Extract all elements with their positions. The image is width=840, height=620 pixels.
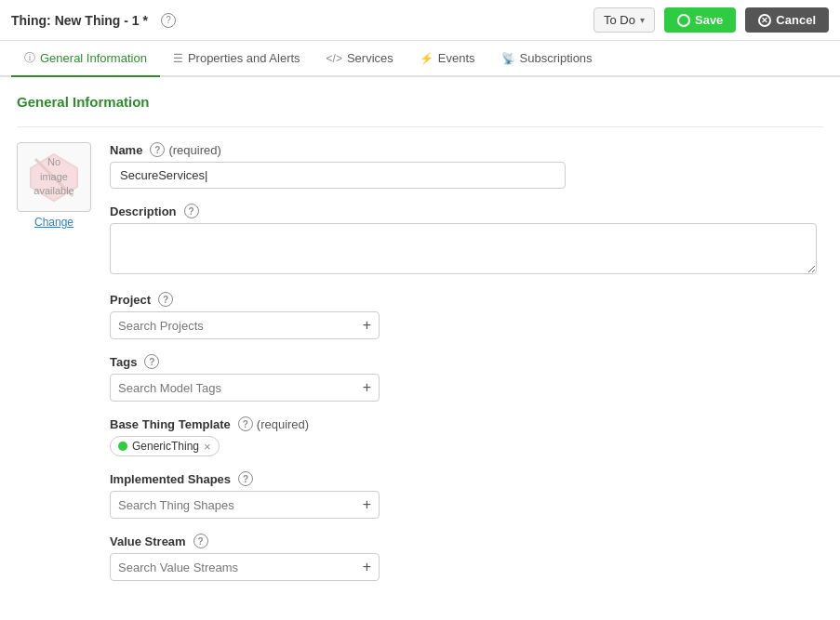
description-label: Description ? [110,204,823,218]
project-search-wrapper: + [110,311,380,339]
tags-label: Tags ? [110,354,823,369]
tags-search-input[interactable] [118,381,363,395]
tab-label-services: Services [347,51,393,65]
project-add-icon[interactable]: + [363,317,371,334]
section-divider [17,126,823,127]
status-label: To Do [604,13,635,27]
help-icon[interactable]: ? [161,13,176,28]
code-icon: </> [327,52,342,65]
tab-label-general-information: General Information [40,51,147,65]
name-input[interactable] [110,162,566,189]
cancel-circle-icon: ✕ [758,14,771,27]
implemented-shapes-add-icon[interactable]: + [363,496,371,513]
save-button[interactable]: Save [664,7,736,33]
change-image-link[interactable]: Change [34,216,73,229]
name-label: Name ? (required) [110,142,823,157]
tab-label-properties-alerts: Properties and Alerts [188,51,300,65]
project-search-input[interactable] [118,319,363,333]
tab-events[interactable]: ⚡ Events [407,42,488,76]
tags-group: Tags ? + [110,354,823,402]
value-stream-add-icon[interactable]: + [363,559,371,575]
base-thing-group: Base Thing Template ? (required) Generic… [110,416,823,456]
header-bar: Thing: New Thing - 1 * ? To Do ▾ Save ✕ … [0,0,840,41]
list-icon: ☰ [173,52,183,65]
info-circle-icon: ⓘ [24,50,35,66]
value-stream-label: Value Stream ? [110,534,823,548]
form-section: Noimageavailable Change Name ? (required… [17,142,823,596]
chip-dot-icon [118,442,127,451]
chip-label: GenericThing [132,440,199,453]
tab-subscriptions[interactable]: 📡 Subscriptions [488,42,606,76]
save-label: Save [695,13,723,27]
image-placeholder: Noimageavailable [17,142,91,212]
tab-label-events: Events [438,51,475,65]
tab-properties-alerts[interactable]: ☰ Properties and Alerts [160,42,313,76]
implemented-shapes-group: Implemented Shapes ? + [110,471,823,519]
base-thing-label: Base Thing Template ? (required) [110,416,823,431]
page-title: Thing: New Thing - 1 * [11,13,148,28]
status-dropdown[interactable]: To Do ▾ [593,7,655,33]
value-stream-search-input[interactable] [118,561,363,574]
name-group: Name ? (required) [110,142,823,189]
implemented-shapes-help-icon[interactable]: ? [238,471,253,486]
base-thing-help-icon[interactable]: ? [238,416,253,431]
implemented-shapes-search-input[interactable] [118,498,363,512]
tags-add-icon[interactable]: + [363,379,371,396]
image-block: Noimageavailable Change [17,142,91,229]
chevron-down-icon: ▾ [640,15,645,25]
implemented-shapes-label: Implemented Shapes ? [110,471,823,486]
name-help-icon[interactable]: ? [150,142,165,157]
chip-remove-button[interactable]: × [204,441,211,453]
save-circle-icon [677,14,690,27]
cancel-label: Cancel [776,13,816,27]
project-help-icon[interactable]: ? [158,292,173,307]
value-stream-help-icon[interactable]: ? [193,534,208,548]
tags-help-icon[interactable]: ? [144,354,159,369]
project-group: Project ? + [110,292,823,339]
no-image-text: Noimageavailable [33,155,73,198]
description-group: Description ? [110,204,823,277]
value-stream-group: Value Stream ? + [110,534,823,581]
form-fields: Name ? (required) Description ? Project … [110,142,823,596]
base-thing-chip: GenericThing × [110,436,220,456]
tabs-bar: ⓘ General Information ☰ Properties and A… [0,41,840,77]
tab-label-subscriptions: Subscriptions [520,51,593,65]
value-stream-search-wrapper: + [110,553,380,581]
description-help-icon[interactable]: ? [184,204,199,218]
main-content: General Information Noimageavailable Cha… [0,77,840,613]
bolt-icon: ⚡ [420,52,433,65]
tab-general-information[interactable]: ⓘ General Information [11,41,160,77]
tags-search-wrapper: + [110,374,380,402]
name-required-text: (required) [168,143,220,157]
broadcast-icon: 📡 [501,52,515,65]
cancel-button[interactable]: ✕ Cancel [745,7,829,33]
description-textarea[interactable] [110,223,817,274]
implemented-shapes-search-wrapper: + [110,491,380,519]
section-title: General Information [17,94,823,110]
project-label: Project ? [110,292,823,307]
tab-services[interactable]: </> Services [313,42,407,76]
base-thing-required-text: (required) [257,417,309,431]
